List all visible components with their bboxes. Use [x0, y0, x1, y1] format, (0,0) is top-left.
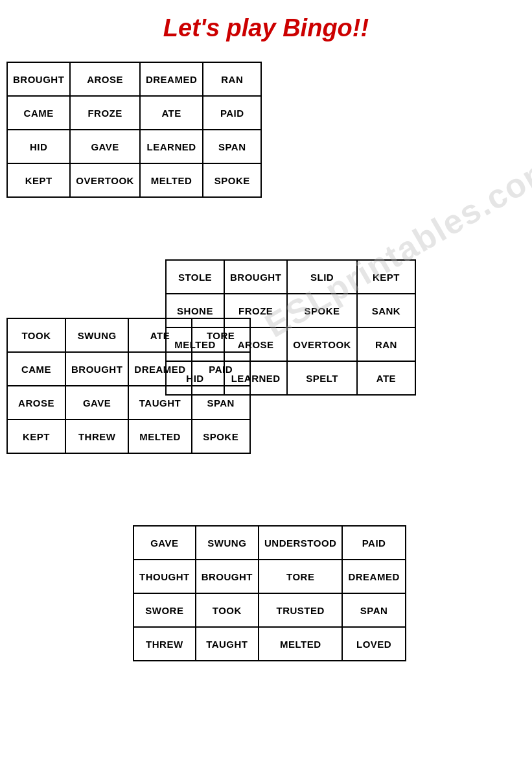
- table-cell: DREAMED: [128, 352, 191, 386]
- table-cell: OVERTOOK: [287, 327, 357, 361]
- table-cell: MELTED: [128, 420, 191, 453]
- table-cell: SWUNG: [196, 526, 259, 560]
- table-cell: TAUGHT: [196, 627, 259, 661]
- table-cell: TORE: [192, 318, 250, 352]
- table-cell: SPOKE: [192, 420, 250, 453]
- table-cell: SWUNG: [65, 318, 128, 352]
- table-cell: TAUGHT: [128, 386, 191, 420]
- table-cell: AROSE: [7, 386, 65, 420]
- table-cell: GAVE: [133, 526, 196, 560]
- table-cell: STOLE: [166, 260, 224, 294]
- table-cell: RAN: [357, 327, 415, 361]
- table-cell: BROUGHT: [65, 352, 128, 386]
- table-cell: CAME: [7, 96, 70, 130]
- table-cell: DREAMED: [342, 560, 405, 593]
- table-cell: KEPT: [7, 163, 70, 197]
- table-cell: DREAMED: [140, 62, 203, 96]
- table-cell: SPOKE: [287, 294, 357, 327]
- table-cell: ATE: [140, 96, 203, 130]
- table-cell: CAME: [7, 352, 65, 386]
- bingo-grid-4: GAVESWUNGUNDERSTOODPAIDTHOUGHTBROUGHTTOR…: [133, 525, 406, 661]
- table-cell: GAVE: [70, 130, 140, 163]
- page-title: Let's play Bingo!!: [0, 0, 532, 54]
- table-cell: ATE: [128, 318, 191, 352]
- table-cell: UNDERSTOOD: [259, 526, 342, 560]
- table-cell: SWORE: [133, 593, 196, 627]
- table-cell: THREW: [65, 420, 128, 453]
- table-cell: BROUGHT: [196, 560, 259, 593]
- table-cell: HID: [7, 130, 70, 163]
- table-cell: OVERTOOK: [70, 163, 140, 197]
- table-cell: TOOK: [7, 318, 65, 352]
- table-cell: SPAN: [192, 386, 250, 420]
- table-cell: MELTED: [259, 627, 342, 661]
- table-cell: SPELT: [287, 361, 357, 395]
- table-cell: SPOKE: [203, 163, 261, 197]
- table-cell: THOUGHT: [133, 560, 196, 593]
- table-cell: ATE: [357, 361, 415, 395]
- table-cell: KEPT: [357, 260, 415, 294]
- table-cell: TORE: [259, 560, 342, 593]
- table-cell: BROUGHT: [224, 260, 287, 294]
- table-cell: TRUSTED: [259, 593, 342, 627]
- table-cell: KEPT: [7, 420, 65, 453]
- table-cell: THREW: [133, 627, 196, 661]
- bingo-grid-3: TOOKSWUNGATETORECAMEBROUGHTDREAMEDPAIDAR…: [6, 318, 251, 454]
- table-cell: LOVED: [342, 627, 405, 661]
- table-cell: RAN: [203, 62, 261, 96]
- table-cell: GAVE: [65, 386, 128, 420]
- table-cell: PAID: [203, 96, 261, 130]
- table-cell: SLID: [287, 260, 357, 294]
- table-cell: BROUGHT: [7, 62, 70, 96]
- table-cell: TOOK: [196, 593, 259, 627]
- table-cell: PAID: [192, 352, 250, 386]
- table-cell: PAID: [342, 526, 405, 560]
- table-cell: SPAN: [342, 593, 405, 627]
- table-cell: LEARNED: [140, 130, 203, 163]
- table-cell: FROZE: [70, 96, 140, 130]
- table-cell: SANK: [357, 294, 415, 327]
- bingo-grid-1: BROUGHTAROSEDREAMEDRANCAMEFROZEATEPAIDHI…: [6, 62, 262, 198]
- table-cell: AROSE: [70, 62, 140, 96]
- table-cell: MELTED: [140, 163, 203, 197]
- table-cell: SPAN: [203, 130, 261, 163]
